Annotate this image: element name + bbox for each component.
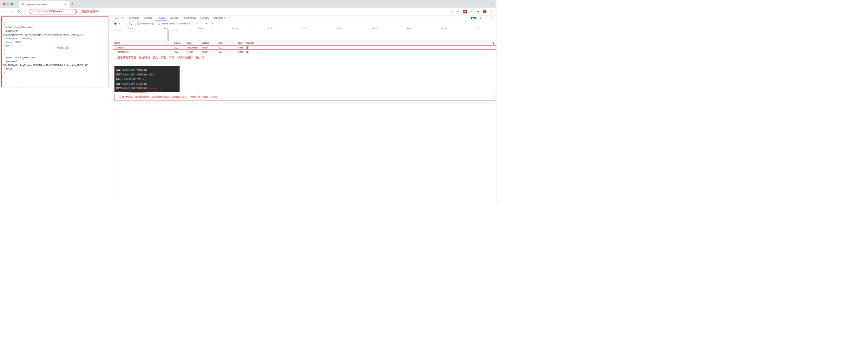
throttling-select[interactable]: No throttling ▾ [176, 22, 190, 25]
timeline-tick: 110 r [462, 27, 496, 30]
terminal-output: GET /users 304 4.932 ms - -GET /users 20… [114, 66, 180, 92]
filter-icon[interactable]: ▽ [126, 22, 127, 25]
terminal-annotation: 这是是终端中监听到的我们在页面发送的访问数据的请求，restful 接口都是支持… [114, 94, 495, 101]
inspect-element-icon[interactable] [114, 17, 119, 19]
col-name[interactable]: Name [113, 41, 173, 45]
col-size[interactable]: Size [217, 41, 228, 45]
network-timeline[interactable]: 10 ms20 ms30 ms40 ms50 ms60 ms70 ms80 ms… [113, 26, 496, 41]
browser-tab[interactable]: localhost:3000/users × [19, 1, 69, 8]
back-button[interactable]: ← [2, 9, 7, 13]
tabs-overflow-icon[interactable]: » [227, 17, 231, 20]
tab-elements[interactable]: Elements [127, 15, 141, 21]
forward-button[interactable]: → [9, 9, 14, 13]
extension-icon-3[interactable]: ▼ [470, 10, 473, 13]
tabs-dropdown-icon[interactable]: ⌄ [491, 3, 493, 6]
tab-application[interactable]: Application [212, 15, 227, 21]
svg-rect-6 [115, 51, 117, 53]
search-icon[interactable]: 🔍 [129, 22, 132, 25]
tab-console[interactable]: Console [142, 15, 154, 21]
record-button[interactable] [114, 23, 117, 25]
devtools-panel: Elements Console Network Sources Perform… [113, 15, 496, 203]
reload-button[interactable]: ⟳ [17, 9, 21, 14]
tab-sources[interactable]: Sources [168, 15, 180, 21]
close-window-button[interactable] [3, 3, 5, 5]
minimize-window-button[interactable] [7, 3, 9, 5]
network-table-header: Name Status Type Initiator Size Time Wat… [113, 41, 496, 46]
device-mode-icon[interactable] [120, 17, 125, 19]
timeline-tick: 30 ms [183, 27, 218, 30]
home-button[interactable]: ⌂ [24, 9, 27, 13]
svg-rect-2 [122, 17, 123, 19]
address-bar[interactable]: i localhost:3000/users [30, 9, 77, 14]
network-filter-bar: ⊘ ▽ 🔍 Preserve log Disable cache No thro… [113, 21, 496, 26]
terminal-line: GET / 404 2.687 ms - 2 [116, 77, 178, 81]
disable-cache-checkbox[interactable]: Disable cache [158, 22, 175, 25]
vue-favicon-icon [21, 3, 24, 6]
timeline-tick: 100 ms [427, 27, 462, 30]
network-row[interactable]: users200documentOther32…6 ms [113, 46, 496, 50]
terminal-line: GET /users 304 3.378 ms - - [116, 81, 178, 86]
timeline-tick: 50 ms [252, 27, 287, 30]
terminal-line: GET /users 304 4.932 ms - - [116, 68, 178, 72]
timeline-tick: 10 ms [113, 27, 148, 30]
tab-memory[interactable]: Memory [198, 15, 211, 21]
col-waterfall[interactable]: Waterfall▲ [244, 41, 496, 45]
tab-close-icon[interactable]: × [63, 3, 67, 6]
timeline-tick: 80 ms [357, 27, 392, 30]
col-initiator[interactable]: Initiator [200, 41, 217, 45]
col-type[interactable]: Type [186, 41, 200, 45]
site-info-icon[interactable]: i [32, 10, 35, 13]
browser-menu-icon[interactable]: ⋮ [490, 9, 494, 14]
network-row[interactable]: favicon.ico200x-iconOther32…2 ms [113, 50, 496, 54]
maximize-window-button[interactable] [11, 3, 13, 5]
col-status[interactable]: Status [173, 41, 186, 45]
devtools-menu-icon[interactable]: ⋮ [485, 17, 489, 20]
tab-performance[interactable]: Performance [181, 15, 198, 21]
terminal-line: GET /users 200 4.685 ms - 312 [116, 72, 178, 77]
timeline-tick: 20 ms [148, 27, 183, 30]
browser-toolbar: ← → ⟳ ⌂ i localhost:3000/users 数据库资源API … [0, 8, 496, 15]
profile-icon[interactable] [483, 10, 486, 13]
bookmark-star-icon[interactable]: ☆ [451, 9, 454, 14]
new-tab-button[interactable]: + [71, 1, 73, 5]
preserve-log-checkbox[interactable]: Preserve log [137, 22, 153, 25]
json-annotation: 资源内容 [57, 46, 68, 50]
timeline-tick: 40 ms [217, 27, 252, 30]
devtools-close-icon[interactable]: ✕ [491, 17, 495, 20]
window-titlebar: localhost:3000/users × + ⌄ [0, 0, 496, 8]
extension-icon-1[interactable]: ▼ [457, 10, 460, 13]
upload-icon[interactable]: ⬆ [205, 22, 209, 25]
timeline-tick: 60 ms [287, 27, 322, 30]
timeline-tick: 90 ms [392, 27, 427, 30]
devtools-tabbar: Elements Console Network Sources Perform… [113, 15, 496, 21]
clear-button[interactable]: ⊘ [118, 22, 120, 25]
page-content: [ { "email": "test@abc.com", "password":… [0, 15, 113, 203]
extensions-puzzle-icon[interactable]: ✦ [476, 10, 480, 13]
tab-title: localhost:3000/users [26, 3, 48, 6]
json-response-body: [ { "email": "test@abc.com", "password":… [1, 16, 108, 87]
terminal-highlight-circle [114, 88, 161, 93]
tab-network[interactable]: Network [155, 15, 167, 21]
network-table: Name Status Type Initiator Size Time Wat… [113, 41, 496, 54]
download-icon[interactable]: ⬇ [211, 22, 215, 25]
extension-icon-2[interactable]: F▸ [463, 10, 467, 13]
wifi-icon[interactable]: ⚲ [195, 22, 199, 25]
url-text: localhost:3000/users [37, 10, 62, 13]
url-annotation: 数据库资源API [82, 10, 100, 13]
issues-badge[interactable]: ▬ 1 [471, 17, 476, 19]
col-time[interactable]: Time [228, 41, 244, 45]
network-annotation: 发送的请求信息，延迟时间，状态，类型，等等，和真实的接口一模一样 [113, 54, 496, 61]
devtools-settings-icon[interactable]: ⚙ [478, 17, 483, 20]
window-controls [3, 3, 13, 5]
timeline-tick: 70 ms [322, 27, 357, 30]
